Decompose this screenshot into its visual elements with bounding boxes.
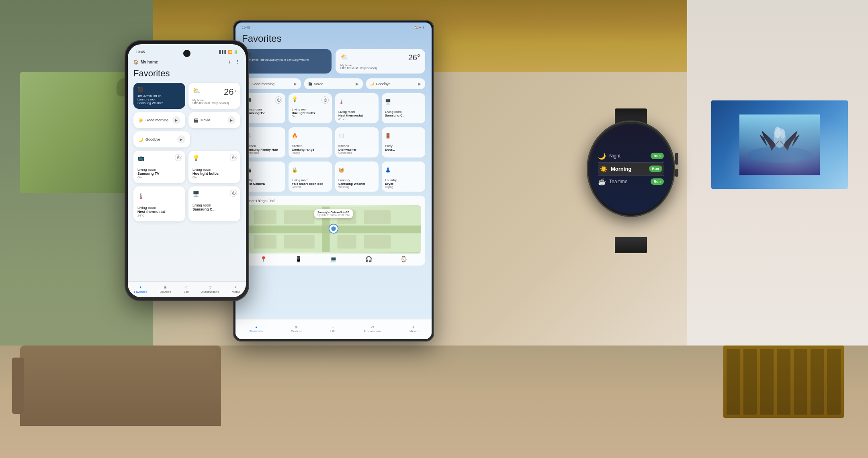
tablet-hub-location: Kitchen <box>245 144 282 148</box>
watch-night-run-button[interactable]: Run <box>651 153 664 159</box>
tablet-washer-card[interactable]: 🧺 Laundry Samsung Washer Washing <box>335 162 379 192</box>
phone-nav-menu[interactable]: ≡ Menu <box>231 286 240 294</box>
tablet-nav-favorites[interactable]: ★ Favorites <box>250 325 263 333</box>
map-actions: 📍 📱 💻 🎧 ⌚ <box>246 256 421 262</box>
goodbye-play-button[interactable]: ▶ <box>177 135 185 143</box>
tablet-laundry-card[interactable]: ⬛ 1hr 30min left on Laundry room Samsung… <box>242 49 332 74</box>
tablet-hue-power[interactable]: ⏻ <box>321 96 329 104</box>
tablet-weather-desc: My homeUltra fine dust : Very Good(5) <box>340 64 420 70</box>
tablet-nest-card[interactable]: 🌡️ Living room Nest thermostat 24°C <box>335 93 379 123</box>
phone-laundry-card[interactable]: ⬛ 1hr 30min left on Laundry room Samsung… <box>133 83 185 109</box>
map-mobile-icon[interactable]: 💻 <box>330 256 337 262</box>
tablet-icons: 🏠 + ⋮ <box>414 26 425 29</box>
tablet-hub-status: Connected <box>245 151 282 154</box>
hue-bulbs-power[interactable]: ⏻ <box>230 154 237 161</box>
tablet-menu-icon: ≡ <box>413 325 415 329</box>
tablet-nav-menu[interactable]: ≡ Menu <box>409 325 418 333</box>
tablet-dryer-card[interactable]: 👗 Laundry Dryer Drying <box>382 162 425 192</box>
phone-camera <box>183 50 190 57</box>
watch-teatime-run-button[interactable]: Run <box>651 178 664 185</box>
tablet-dishwasher-icon: 🍽️ <box>338 133 375 139</box>
tablet-nav-life[interactable]: ♡ Life <box>330 325 336 333</box>
tablet-nav-devices[interactable]: ⊞ Devices <box>291 325 302 333</box>
tablet-fav-label: Favorites <box>250 329 263 333</box>
phone-samsung-c-card[interactable]: ⏻ 🖥️ Living room Samsung C... <box>188 186 240 221</box>
good-morning-play-button[interactable]: ▶ <box>172 116 180 124</box>
tablet-tv-status: On <box>245 115 282 118</box>
tablet-good-morning-play[interactable]: ▶ <box>294 82 297 86</box>
phone-add-button[interactable]: + <box>228 59 231 65</box>
watch-crown[interactable] <box>675 153 678 165</box>
watch-body: 🌙 Night Run ☀️ Morning Run <box>587 121 675 217</box>
samsung-tv-power[interactable]: ⏻ <box>175 154 182 161</box>
tablet-cooking-range-card[interactable]: 🔥 Kitchen Cooking range Ready <box>289 127 332 157</box>
tablet-scene-goodbye[interactable]: 🌙 Goodbye ▶ <box>366 78 425 89</box>
menu-nav-label: Menu <box>231 290 240 294</box>
tablet-dishwasher-name: Dishwasher <box>338 148 375 151</box>
map-headphones-icon[interactable]: 🎧 <box>365 256 372 262</box>
phone-nav-automations[interactable]: ⏱ Automations <box>201 286 219 294</box>
moon-icon: 🌙 <box>138 137 143 142</box>
tablet-scene-good-morning[interactable]: ☀️ Good morning ▶ <box>242 78 301 89</box>
thermostat-name: Nest thermostat <box>137 210 181 214</box>
svg-rect-0 <box>739 115 820 175</box>
tablet-hue-status: On <box>292 115 329 118</box>
watch-button[interactable] <box>675 169 678 177</box>
life-nav-icon: ♡ <box>185 286 188 289</box>
svg-rect-9 <box>284 211 315 224</box>
tablet-goodbye-play[interactable]: ▶ <box>418 82 421 86</box>
tablet-tv-name: Samsung TV <box>245 111 282 115</box>
phone-scene-movie[interactable]: 🎬 Movie ▶ <box>188 112 240 128</box>
tablet-hue-card[interactable]: ⏻ 💡 Living room Hue light bulbs On <box>289 93 332 123</box>
phone-header: 🏠 My home + ⋮ <box>133 57 240 68</box>
favorites-nav-label: Favorites <box>134 290 147 294</box>
tablet-dishwasher-card[interactable]: 🍽️ Kitchen Dishwasher Connected <box>335 127 379 157</box>
tablet-movie-play[interactable]: ▶ <box>356 82 359 86</box>
hue-bulbs-status: On <box>192 176 236 179</box>
svg-rect-13 <box>284 235 315 248</box>
watch-band-bottom <box>615 237 647 253</box>
map-phone-icon[interactable]: 📱 <box>295 256 302 262</box>
weather-desc: My homeUltra fine dust : Very Good(5) <box>192 99 236 104</box>
map-watch-icon[interactable]: ⌚ <box>400 256 407 262</box>
watch-morning-routine[interactable]: ☀️ Morning Run <box>598 163 664 175</box>
tablet-samsung-c-card[interactable]: 🖥️ Living room Samsung C... <box>382 93 425 123</box>
devices-nav-icon: ⊞ <box>164 286 167 289</box>
tablet-body: 10:45 🏠 + ⋮ Favorites ⬛ 1hr 30min left o… <box>233 20 434 341</box>
devices-nav-label: Devices <box>160 290 171 294</box>
phone-scene-goodbye[interactable]: 🌙 Goodbye ▶ <box>133 131 190 147</box>
tablet-scene-movie[interactable]: 🎬 Movie ▶ <box>304 78 363 89</box>
watch-night-routine[interactable]: 🌙 Night Run <box>598 150 664 162</box>
phone-samsung-tv-card[interactable]: ⏻ 📺 Living room Samsung TV On <box>133 151 185 183</box>
phone-nav-devices[interactable]: ⊞ Devices <box>160 286 171 294</box>
phone-weather-card[interactable]: ⛅ 26 ° My homeUltra fine dust : Very Goo… <box>188 83 240 109</box>
phone-hue-bulbs-card[interactable]: ⏻ 💡 Living room Hue light bulbs On <box>188 151 240 183</box>
movie-play-button[interactable]: ▶ <box>227 116 235 124</box>
phone-scene-good-morning[interactable]: ☀️ Good morning ▶ <box>133 112 185 128</box>
phone-menu-button[interactable]: ⋮ <box>235 59 240 65</box>
phone-thermostat-card[interactable]: 🌡️ Living room Nest thermostat 24°C <box>133 186 185 221</box>
samsung-c-power[interactable]: ⏻ <box>230 190 237 197</box>
automations-nav-icon: ⏱ <box>209 286 212 289</box>
watch-morning-run-button[interactable]: Run <box>649 166 663 172</box>
weather-unit: ° <box>235 90 236 94</box>
map-location-icon[interactable]: 📍 <box>260 256 267 262</box>
phone-nav-life[interactable]: ♡ Life <box>184 286 189 294</box>
samsung-tv-name: Samsung TV <box>137 172 181 176</box>
sun-icon: ☀️ <box>138 118 143 123</box>
tablet-nav-automations[interactable]: ⏱ Automations <box>364 325 381 333</box>
tablet-smartthings-find[interactable]: SmartThings Find <box>242 196 425 266</box>
watch-tea-icon: ☕ <box>598 178 606 186</box>
phone-nav-favorites[interactable]: ★ Favorites <box>134 286 147 294</box>
svg-point-2 <box>774 128 786 148</box>
tablet-nest-name: Nest thermostat <box>338 114 375 117</box>
movie-text: Movie <box>201 118 210 122</box>
watch-teatime-routine[interactable]: ☕ Tea time Run <box>598 176 664 188</box>
tablet-movie-icon: 🎬 <box>308 82 312 86</box>
tablet-weather-card[interactable]: ⛅ 26° My homeUltra fine dust : Very Good… <box>336 49 425 74</box>
phone-device: 10:45 ▌▌▌ 📶 🔋 🏠 My home + ⋮ Fa <box>125 40 249 301</box>
phone-home-nav[interactable]: 🏠 My home <box>133 59 158 65</box>
tablet-lock-card[interactable]: 🔒 Living room Yale smart door lock Locke… <box>289 162 332 192</box>
tablet-samsung-tv-power[interactable]: ⏻ <box>275 96 282 104</box>
tablet-door-card[interactable]: 🚪 Entry Door... <box>382 127 425 157</box>
